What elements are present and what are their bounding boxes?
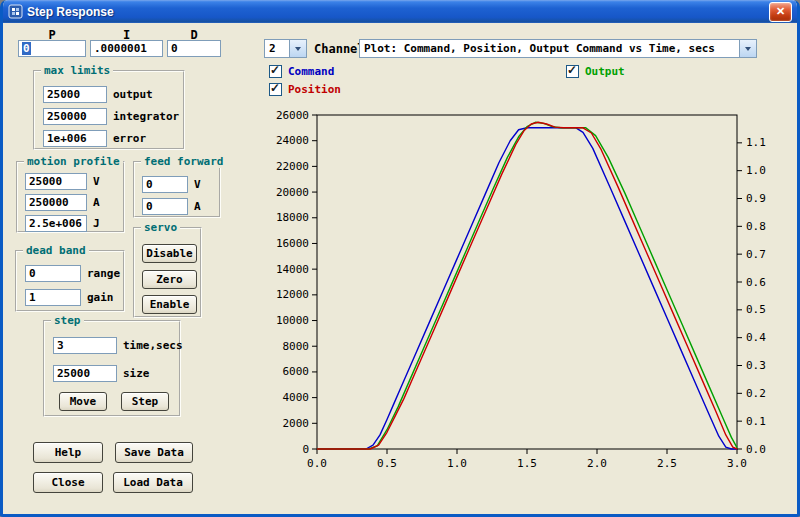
profile-j-input[interactable] xyxy=(25,215,87,232)
max-integrator-label: integrator xyxy=(113,110,179,123)
step-size-label: size xyxy=(123,367,150,380)
check-icon: ✓ xyxy=(270,81,280,95)
output-checkbox-row: ✓ Output xyxy=(566,64,625,79)
disable-button[interactable]: Disable xyxy=(142,244,197,263)
window-title: Step Response xyxy=(27,5,769,19)
load-data-button[interactable]: Load Data xyxy=(113,472,193,493)
profile-v-input[interactable] xyxy=(25,173,87,190)
profile-j-label: J xyxy=(93,217,100,230)
max-output-label: output xyxy=(113,88,153,101)
svg-text:1.5: 1.5 xyxy=(517,457,537,470)
output-checkbox[interactable]: ✓ xyxy=(566,65,579,78)
svg-text:0.3: 0.3 xyxy=(746,359,766,372)
position-checkbox[interactable]: ✓ xyxy=(269,83,282,96)
step-time-input[interactable] xyxy=(53,337,117,354)
svg-text:16000: 16000 xyxy=(276,237,309,250)
svg-text:26000: 26000 xyxy=(276,109,309,122)
i-input[interactable] xyxy=(90,40,163,57)
chevron-down-icon xyxy=(745,47,751,54)
profile-v-label: V xyxy=(93,175,100,188)
step-response-window: Step Response ✕ P I D 0 2 Channel Plot: … xyxy=(0,0,800,517)
enable-button[interactable]: Enable xyxy=(142,295,197,314)
command-checkbox-row: ✓ Command xyxy=(269,64,334,79)
dead-band-group: dead band range gain xyxy=(15,250,125,312)
svg-text:0.6: 0.6 xyxy=(746,276,766,289)
svg-text:20000: 20000 xyxy=(276,186,309,199)
close-icon: ✕ xyxy=(776,5,785,18)
profile-a-label: A xyxy=(93,196,100,209)
titlebar[interactable]: Step Response ✕ xyxy=(3,0,797,23)
command-checkbox[interactable]: ✓ xyxy=(269,65,282,78)
dead-band-title: dead band xyxy=(23,244,89,257)
svg-text:0.4: 0.4 xyxy=(746,331,766,344)
svg-text:0.5: 0.5 xyxy=(377,457,397,470)
plot-dropdown-button[interactable] xyxy=(739,40,756,57)
svg-text:2.0: 2.0 xyxy=(587,457,607,470)
step-size-input[interactable] xyxy=(53,365,117,382)
step-button[interactable]: Step xyxy=(121,392,169,411)
svg-text:1.0: 1.0 xyxy=(746,164,766,177)
svg-text:3.0: 3.0 xyxy=(727,457,747,470)
plot-select-value: Plot: Command, Position, Output Command … xyxy=(360,40,739,57)
svg-text:2000: 2000 xyxy=(283,417,310,430)
help-button[interactable]: Help xyxy=(33,442,103,463)
check-icon: ✓ xyxy=(270,63,280,77)
app-icon xyxy=(8,4,23,19)
svg-text:14000: 14000 xyxy=(276,263,309,276)
svg-text:0.2: 0.2 xyxy=(746,387,766,400)
svg-text:18000: 18000 xyxy=(276,211,309,224)
servo-group: servo Disable Zero Enable xyxy=(133,227,202,318)
svg-text:22000: 22000 xyxy=(276,160,309,173)
svg-text:10000: 10000 xyxy=(276,314,309,327)
svg-text:24000: 24000 xyxy=(276,134,309,147)
svg-text:12000: 12000 xyxy=(276,288,309,301)
ff-v-label: V xyxy=(194,178,201,191)
svg-text:0: 0 xyxy=(302,443,309,456)
svg-text:0.0: 0.0 xyxy=(746,443,766,456)
d-input[interactable] xyxy=(167,40,221,57)
check-icon: ✓ xyxy=(567,63,577,77)
deadband-range-input[interactable] xyxy=(25,265,81,282)
max-integrator-input[interactable] xyxy=(43,108,107,125)
close-window-button[interactable]: Close xyxy=(33,472,103,493)
move-button[interactable]: Move xyxy=(59,392,107,411)
step-title: step xyxy=(51,314,84,327)
svg-text:6000: 6000 xyxy=(283,365,310,378)
svg-text:1.0: 1.0 xyxy=(447,457,467,470)
position-checkbox-row: ✓ Position xyxy=(269,82,341,97)
step-time-label: time,secs xyxy=(123,339,183,352)
svg-text:0.7: 0.7 xyxy=(746,248,766,261)
p-input[interactable]: 0 xyxy=(18,40,86,57)
output-checkbox-label: Output xyxy=(585,65,625,78)
deadband-range-label: range xyxy=(87,267,120,280)
plot-select[interactable]: Plot: Command, Position, Output Command … xyxy=(359,39,757,58)
ff-v-input[interactable] xyxy=(142,176,188,193)
deadband-gain-input[interactable] xyxy=(25,289,81,306)
profile-a-input[interactable] xyxy=(25,194,87,211)
feed-forward-title: feed forward xyxy=(141,155,226,168)
motion-profile-group: motion profile V A J xyxy=(16,161,125,233)
zero-button[interactable]: Zero xyxy=(142,270,197,289)
max-output-input[interactable] xyxy=(43,86,107,103)
ff-a-input[interactable] xyxy=(142,198,188,215)
max-error-input[interactable] xyxy=(43,130,107,147)
svg-text:8000: 8000 xyxy=(283,340,310,353)
feed-forward-group: feed forward V A xyxy=(133,161,221,218)
svg-text:4000: 4000 xyxy=(283,391,310,404)
max-error-label: error xyxy=(113,132,146,145)
channel-value: 2 xyxy=(265,40,289,57)
svg-text:0.5: 0.5 xyxy=(746,303,766,316)
command-checkbox-label: Command xyxy=(288,65,334,78)
close-button[interactable]: ✕ xyxy=(769,2,792,22)
svg-text:0.0: 0.0 xyxy=(307,457,327,470)
channel-label: Channel xyxy=(314,42,365,56)
channel-select[interactable]: 2 xyxy=(264,39,307,58)
p-value: 0 xyxy=(22,42,31,55)
position-checkbox-label: Position xyxy=(288,83,341,96)
save-data-button[interactable]: Save Data xyxy=(115,442,193,463)
max-limits-title: max limits xyxy=(41,64,113,77)
svg-text:0.9: 0.9 xyxy=(746,192,766,205)
channel-dropdown-button[interactable] xyxy=(289,40,306,57)
chart-svg: 0200040006000800010000120001400016000180… xyxy=(259,99,796,509)
chart-area: 0200040006000800010000120001400016000180… xyxy=(259,99,796,509)
